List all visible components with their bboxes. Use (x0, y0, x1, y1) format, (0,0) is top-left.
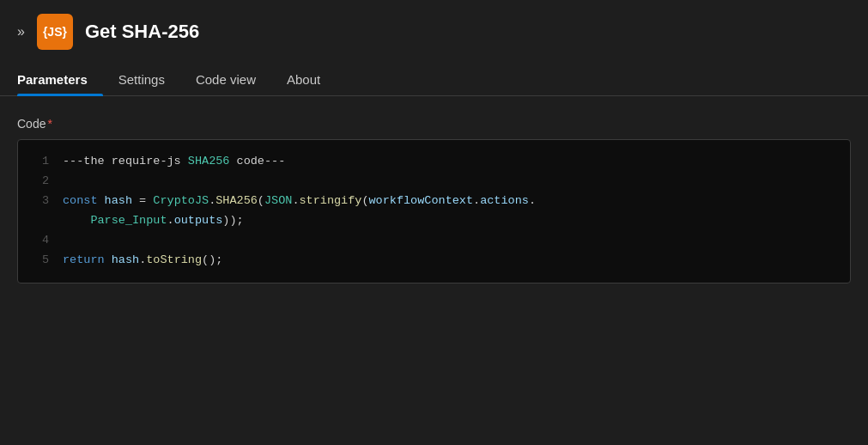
line-content-4 (63, 231, 70, 251)
line-number-5: 5 (18, 251, 63, 271)
page-title: Get SHA-256 (85, 21, 199, 43)
line-number-3: 3 (18, 192, 63, 211)
code-line-2: 2 (18, 172, 850, 192)
js-badge: {JS} (37, 14, 73, 50)
code-line-5: 5 return hash.toString(); (18, 251, 850, 271)
line-content-2 (63, 172, 70, 192)
line-number-2: 2 (18, 172, 63, 192)
tab-code-view[interactable]: Code view (180, 64, 271, 95)
line-number-1: 1 (18, 152, 63, 172)
tab-bar: Parameters Settings Code view About (0, 64, 868, 96)
required-indicator: * (47, 117, 52, 131)
line-content-3b: Parse_Input.outputs)); (63, 211, 244, 231)
code-line-3: 3 const hash = CryptoJS.SHA256(JSON.stri… (18, 192, 850, 211)
line-content-3: const hash = CryptoJS.SHA256(JSON.string… (63, 192, 536, 211)
line-content-1: ---the require-js SHA256 code--- (63, 152, 285, 172)
tab-parameters[interactable]: Parameters (17, 64, 103, 95)
chevron-icon[interactable]: » (17, 24, 25, 40)
code-line-4: 4 (18, 231, 850, 251)
code-editor[interactable]: 1 ---the require-js SHA256 code--- 2 3 c… (17, 139, 851, 283)
line-content-5: return hash.toString(); (63, 251, 222, 271)
header: » {JS} Get SHA-256 (0, 0, 868, 64)
content-area: Code* 1 ---the require-js SHA256 code---… (0, 96, 868, 304)
tab-settings[interactable]: Settings (103, 64, 180, 95)
code-line-3b: Parse_Input.outputs)); (18, 211, 850, 231)
code-line-1: 1 ---the require-js SHA256 code--- (18, 152, 850, 172)
tab-about[interactable]: About (271, 64, 336, 95)
code-field-label: Code* (17, 117, 851, 131)
line-number-4: 4 (18, 231, 63, 251)
